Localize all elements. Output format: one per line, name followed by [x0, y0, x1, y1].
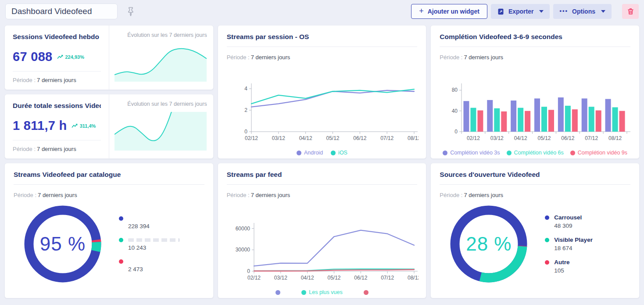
legend-dot — [331, 151, 336, 155]
legend-dot — [297, 151, 301, 155]
svg-text:4: 4 — [244, 86, 247, 92]
donut-area: 95 % 228 394 10 243 2 473 — [14, 201, 204, 287]
legend-item[interactable]: Visible Player 18 674 — [545, 237, 593, 251]
svg-text:07/12: 07/12 — [585, 135, 598, 141]
svg-text:05/12: 05/12 — [326, 135, 339, 141]
period-row: Période :7 derniers jours — [14, 192, 204, 198]
legend-dot — [545, 215, 549, 220]
legend-label: Complétion vidéo 9s — [578, 150, 627, 156]
svg-text:02/12: 02/12 — [467, 135, 480, 141]
os-line-chart: 02402/1203/1204/1205/1206/1207/1208/12 — [227, 82, 419, 148]
legend-item[interactable]: iOS — [331, 150, 347, 156]
legend-label-redacted — [128, 238, 180, 242]
svg-text:0: 0 — [244, 129, 247, 135]
divider — [13, 71, 101, 72]
svg-text:06/12: 06/12 — [562, 135, 575, 141]
widget-sources-ouverture: Sources d'ouverture Videofeed Période :7… — [430, 163, 640, 298]
legend-item[interactable]: 10 243 — [119, 237, 180, 251]
kpi-sparkline-panel: Évolution sur les 7 derniers jours — [109, 25, 213, 90]
donut-center-label: 95 % — [20, 201, 106, 287]
svg-text:30000: 30000 — [235, 247, 250, 253]
widget-streams-par-feed: Streams par feed Période :7 derniers jou… — [218, 163, 427, 298]
kpi-value: 1 811,7 h — [13, 118, 67, 133]
legend-item[interactable]: 2 473 — [119, 258, 180, 273]
legend-item[interactable]: Autre 105 — [545, 259, 593, 274]
chevron-down-icon — [601, 10, 605, 13]
legend-item[interactable]: Android — [297, 150, 323, 156]
add-widget-label: Ajouter un widget — [428, 8, 479, 15]
legend-item[interactable] — [275, 290, 280, 295]
svg-text:07/12: 07/12 — [380, 135, 394, 141]
svg-text:02/12: 02/12 — [245, 135, 258, 141]
trending-up-icon — [72, 123, 78, 128]
period-label: Période : — [13, 146, 36, 152]
legend-item[interactable]: 228 394 — [119, 215, 180, 230]
legend-item[interactable]: Carrousel 48 309 — [545, 214, 593, 229]
widget-title: Streams par session - OS — [227, 33, 418, 41]
donut-area: 28 % Carrousel 48 309 Visible Player 18 … — [440, 201, 630, 287]
svg-text:06/12: 06/12 — [354, 275, 367, 281]
legend-dot — [301, 290, 306, 295]
legend-item[interactable]: Les plus vues — [301, 289, 342, 295]
legend-label: Visible Player — [554, 237, 593, 243]
export-file-icon — [497, 8, 504, 15]
svg-text:04/12: 04/12 — [299, 135, 312, 141]
widget-streams-par-session-os: Streams par session - OS Période :7 dern… — [218, 25, 427, 159]
kpi-trend: 311,4% — [72, 123, 96, 129]
kpi-column: Sessions Videofeed hebdo 67 088 224,93% … — [4, 25, 214, 159]
pin-button[interactable] — [126, 7, 135, 16]
widget-title: Sources d'ouverture Videofeed — [440, 171, 630, 179]
catalogue-donut: 95 % — [20, 201, 106, 287]
widget-streams-par-catalogue: Streams Videofeed par catalogue Période … — [4, 163, 214, 298]
period-row: Période :7 derniers jours — [227, 192, 418, 198]
widget-title: Streams Videofeed par catalogue — [14, 171, 204, 179]
legend-dot — [119, 238, 123, 242]
kpi-value: 67 088 — [13, 50, 53, 64]
legend-item[interactable]: Complétion vidéo 3s — [443, 150, 500, 156]
dashboard-header: + Ajouter un widget Exporter ••• Options — [0, 0, 644, 22]
svg-text:0: 0 — [455, 129, 458, 135]
dashboard-title-input[interactable] — [5, 4, 118, 19]
add-widget-button[interactable]: + Ajouter un widget — [411, 4, 487, 19]
legend-value: 10 243 — [128, 244, 180, 251]
svg-text:80: 80 — [452, 87, 458, 93]
svg-text:05/12: 05/12 — [327, 275, 340, 281]
period-value: 7 derniers jours — [251, 192, 290, 198]
kpi-sparkline-panel: Évolution sur les 7 derniers jours — [109, 94, 213, 158]
evolution-label: Évolution sur les 7 derniers jours — [114, 101, 207, 107]
period-label: Période : — [227, 192, 250, 198]
donut-center-label: 28 % — [446, 201, 532, 287]
delete-dashboard-button[interactable] — [622, 4, 639, 19]
period-value: 7 derniers jours — [37, 146, 76, 152]
legend-dot — [119, 216, 123, 221]
divider — [227, 184, 418, 185]
kpi-trend-value: 224,93% — [65, 54, 84, 60]
svg-text:2: 2 — [244, 107, 247, 113]
legend-dot — [545, 260, 549, 265]
completion-chart-legend: Complétion vidéo 3sComplétion vidéo 6sCo… — [440, 150, 630, 156]
catalogue-legend: 228 394 10 243 2 473 — [119, 215, 180, 273]
divider — [14, 184, 204, 185]
feed-chart-legend: Les plus vues — [227, 289, 418, 295]
duree-sparkline-chart — [114, 112, 207, 151]
legend-dot — [364, 290, 369, 295]
legend-item[interactable]: Complétion vidéo 9s — [570, 150, 627, 156]
period-label: Période : — [440, 192, 462, 198]
svg-text:04/12: 04/12 — [301, 275, 314, 281]
period-value: 7 derniers jours — [37, 77, 76, 83]
export-button[interactable]: Exporter — [491, 4, 550, 19]
legend-label: Complétion vidéo 3s — [450, 150, 500, 156]
svg-text:0: 0 — [247, 268, 250, 274]
plus-icon: + — [419, 7, 424, 16]
feed-line-chart: 0300006000002/1203/1204/1205/1206/1207/1… — [227, 221, 419, 288]
sources-donut: 28 % — [446, 201, 532, 287]
legend-item[interactable]: Complétion vidéo 6s — [507, 150, 564, 156]
options-label: Options — [572, 8, 595, 15]
export-label: Exporter — [508, 8, 534, 15]
period-row: Période :7 derniers jours — [440, 54, 630, 61]
legend-item[interactable] — [364, 290, 369, 295]
svg-text:04/12: 04/12 — [514, 135, 527, 141]
options-button[interactable]: ••• Options — [553, 4, 612, 19]
kpi-left: Durée totale sessions Videof... 1 811,7 … — [5, 94, 109, 158]
legend-label: Complétion vidéo 6s — [514, 150, 564, 156]
